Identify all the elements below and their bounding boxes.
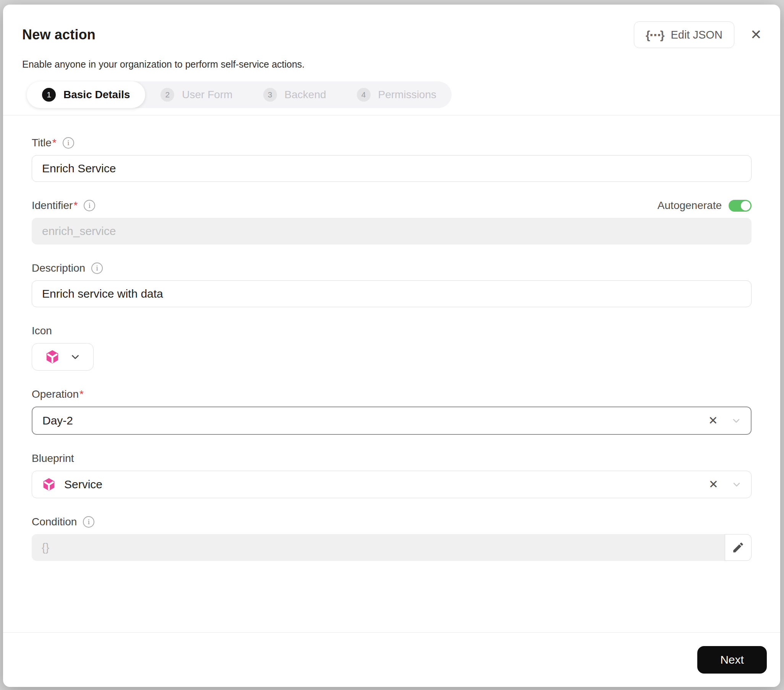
step-backend[interactable]: 3 Backend [248,81,342,108]
info-icon[interactable]: i [83,516,94,528]
icon-label: Icon [32,325,52,337]
blueprint-field-group: Blueprint Service ✕ [32,452,751,498]
step-number-badge: 3 [263,88,277,102]
clear-icon[interactable]: ✕ [709,479,718,490]
modal-header: New action {⋯} Edit JSON ✕ Enable anyone… [3,5,780,115]
description-label: Description [32,262,85,274]
step-user-form[interactable]: 2 User Form [145,81,247,108]
chevron-down-icon [70,352,80,362]
service-cube-icon [42,478,56,491]
icon-dropdown-button[interactable] [32,343,94,371]
modal-footer: Next [3,632,780,687]
condition-label: Condition [32,516,77,528]
condition-field-group: Condition i {} [32,516,751,561]
clear-icon[interactable]: ✕ [708,415,718,427]
autogenerate-label: Autogenerate [657,199,722,212]
blueprint-value: Service [64,478,102,491]
autogenerate-control: Autogenerate [657,199,751,212]
description-field-group: Description i [32,262,751,307]
operation-value: Day-2 [43,414,73,427]
toggle-knob [741,201,750,211]
blueprint-label: Blueprint [32,452,74,464]
chevron-down-icon [732,480,741,489]
info-icon[interactable]: i [63,137,74,148]
required-asterisk: * [73,199,77,212]
step-label: Permissions [378,89,436,101]
next-button[interactable]: Next [697,646,767,674]
header-row: New action {⋯} Edit JSON ✕ [22,21,765,48]
operation-label-row: Operation* [32,388,751,400]
step-permissions[interactable]: 4 Permissions [342,81,451,108]
modal-subtitle: Enable anyone in your organization to pe… [22,59,765,70]
pencil-icon [732,541,744,554]
condition-value: {} [42,541,49,554]
step-label: Basic Details [63,89,130,101]
operation-label: Operation [32,388,79,400]
info-icon[interactable]: i [91,262,103,274]
autogenerate-toggle[interactable] [729,200,751,212]
step-label: Backend [285,89,326,101]
edit-condition-button[interactable] [725,534,751,561]
identifier-label: Identifier [32,199,72,212]
edit-json-label: Edit JSON [670,29,722,41]
identifier-label-row: Identifier* i Autogenerate [32,199,751,212]
step-number-badge: 1 [42,88,56,102]
blueprint-label-row: Blueprint [32,452,751,464]
title-label: Title [32,137,51,149]
info-icon[interactable]: i [84,200,95,211]
identifier-input [32,218,751,245]
required-asterisk: * [79,388,84,400]
step-label: User Form [182,89,232,101]
icon-field-group: Icon [32,325,751,371]
step-number-badge: 4 [357,88,371,102]
modal-body: Title* i Identifier* i Autogenerate Desc… [3,115,780,632]
description-label-row: Description i [32,262,751,274]
operation-select[interactable]: Day-2 ✕ [32,407,751,435]
code-braces-icon: {⋯} [646,28,664,42]
step-basic-details[interactable]: 1 Basic Details [27,81,145,108]
select-end-icons: ✕ [709,479,741,490]
step-number-badge: 2 [160,88,174,102]
close-icon[interactable]: ✕ [750,28,762,42]
select-end-icons: ✕ [708,415,741,427]
icon-label-row: Icon [32,325,751,337]
title-field-group: Title* i [32,137,751,182]
page-title: New action [22,27,96,43]
stepper: 1 Basic Details 2 User Form 3 Backend 4 … [27,81,451,108]
blueprint-select[interactable]: Service ✕ [32,471,751,498]
condition-field: {} [32,534,751,561]
service-cube-icon [45,349,59,364]
operation-field-group: Operation* Day-2 ✕ [32,388,751,435]
required-asterisk: * [52,137,56,149]
new-action-modal: New action {⋯} Edit JSON ✕ Enable anyone… [3,5,780,687]
edit-json-button[interactable]: {⋯} Edit JSON [634,21,735,48]
title-label-row: Title* i [32,137,751,149]
title-input[interactable] [32,155,751,182]
identifier-field-group: Identifier* i Autogenerate [32,199,751,245]
condition-label-row: Condition i [32,516,751,528]
chevron-down-icon [732,416,741,425]
description-input[interactable] [32,280,751,307]
